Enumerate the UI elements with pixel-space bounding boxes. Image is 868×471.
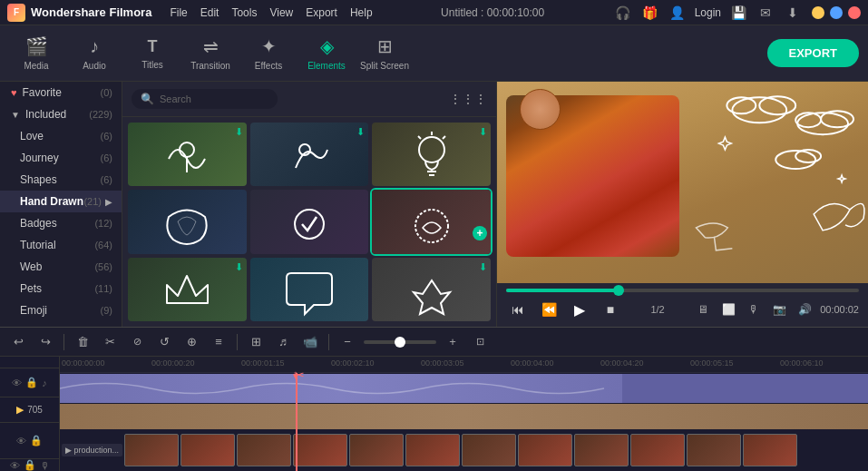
skip-back-button[interactable]: ⏮ xyxy=(506,298,530,321)
snapshot-icon[interactable]: 📷 xyxy=(769,299,789,319)
sidebar-item-journey[interactable]: Journey (6) xyxy=(0,147,122,169)
zoom-out-button[interactable]: − xyxy=(336,331,358,353)
sidebar-item-emoji[interactable]: Emoji (9) xyxy=(0,299,122,321)
split-screen-label: Split Screen xyxy=(360,61,409,71)
toolbar-media[interactable]: 🎬 Media xyxy=(9,30,63,77)
toolbar-audio[interactable]: ♪ Audio xyxy=(67,30,122,77)
crop-icon[interactable]: ⬜ xyxy=(718,299,738,319)
sidebar-count-badges: (12) xyxy=(94,218,112,229)
user-icon[interactable]: 👤 xyxy=(668,3,688,23)
mail-icon[interactable]: ✉ xyxy=(756,3,775,23)
ripple-button[interactable]: ↺ xyxy=(153,331,175,353)
video-layer-icon[interactable]: ▶ xyxy=(16,404,24,416)
sidebar-count-hand-drawn: (21) xyxy=(83,196,102,207)
element-item-1[interactable]: ⬇ Element Handdrawn 5 xyxy=(128,123,247,186)
split-screen-icon: ⊞ xyxy=(377,35,393,57)
camera-button[interactable]: 📹 xyxy=(299,331,321,353)
eye-icon-3[interactable]: 👁 xyxy=(16,436,26,446)
toolbar-split-screen[interactable]: ⊞ Split Screen xyxy=(357,30,412,77)
hand-drawn-arrow: ▶ xyxy=(105,197,112,207)
toolbar-elements[interactable]: ◈ Elements xyxy=(299,30,354,77)
photo-track[interactable]: ▶ production... xyxy=(60,430,868,470)
sidebar-item-love[interactable]: Love (6) xyxy=(0,125,122,147)
element-item-7[interactable]: ⬇ xyxy=(128,258,247,321)
element-item-8[interactable] xyxy=(250,258,369,321)
sidebar-item-favorite[interactable]: ♥ Favorite (0) xyxy=(0,82,122,103)
close-button[interactable] xyxy=(848,6,861,19)
element-item-6[interactable]: + Element Handdrawn 20 xyxy=(372,190,491,253)
menu-view[interactable]: View xyxy=(269,6,293,19)
eye-icon-1[interactable]: 👁 xyxy=(12,378,22,388)
export-button[interactable]: EXPORT xyxy=(767,39,859,67)
eye-icon-4[interactable]: 👁 xyxy=(10,460,20,471)
redo-button[interactable]: ↪ xyxy=(34,331,56,353)
sidebar-item-pets[interactable]: Pets (11) xyxy=(0,278,122,299)
zoom-slider[interactable] xyxy=(364,340,436,344)
stop-button[interactable]: ■ xyxy=(599,298,622,321)
magnet-button[interactable]: ⊞ xyxy=(245,331,267,353)
lock-icon-1[interactable]: 🔒 xyxy=(25,377,38,388)
lock-icon-3[interactable]: 🔒 xyxy=(30,435,43,446)
audio-track-button[interactable]: ♬ xyxy=(272,331,294,353)
sidebar-item-badges[interactable]: Badges (12) xyxy=(0,212,122,234)
monitor-icon[interactable]: 🖥 xyxy=(693,299,713,319)
volume-icon[interactable]: 🔊 xyxy=(795,299,814,319)
sidebar-count-pets: (11) xyxy=(94,283,112,294)
search-box[interactable]: 🔍 xyxy=(132,89,278,109)
element-item-3[interactable]: ⬇ Element Handdrawn 1 xyxy=(372,123,491,186)
svg-line-8 xyxy=(443,136,445,139)
delete-button[interactable]: 🗑 xyxy=(72,331,93,353)
download-icon[interactable]: ⬇ xyxy=(783,3,803,23)
progress-thumb[interactable] xyxy=(613,285,624,296)
mic-icon-4[interactable]: 🎙 xyxy=(40,460,50,471)
element-item-4[interactable]: Element Handdrawn 2 xyxy=(128,190,247,253)
fit-button[interactable]: ⊡ xyxy=(469,331,491,353)
lock-icon-4[interactable]: 🔒 xyxy=(24,459,36,471)
time-total: 00:00:02 xyxy=(820,304,859,315)
minimize-button[interactable] xyxy=(812,6,824,19)
search-input[interactable] xyxy=(160,93,268,104)
menu-help[interactable]: Help xyxy=(350,6,373,19)
play-button[interactable]: ▶ xyxy=(568,298,591,321)
video-track-1[interactable] xyxy=(60,374,868,403)
element-item-9[interactable]: ⬇ xyxy=(372,258,491,321)
menu-export[interactable]: Export xyxy=(306,6,337,19)
sidebar-item-shapes[interactable]: Shapes (6) xyxy=(0,169,122,191)
gift-icon[interactable]: 🎁 xyxy=(640,3,660,23)
step-back-button[interactable]: ⏪ xyxy=(537,298,561,321)
menu-file[interactable]: File xyxy=(170,6,187,19)
sidebar-count-web: (56) xyxy=(94,261,112,272)
headphone-icon[interactable]: 🎧 xyxy=(613,3,633,23)
sidebar-item-tutorial[interactable]: Tutorial (64) xyxy=(0,234,122,256)
save-icon[interactable]: 💾 xyxy=(728,3,748,23)
element-preview-5 xyxy=(282,199,336,253)
login-button[interactable]: Login xyxy=(695,6,721,19)
ts-4: 00:00:03:05 xyxy=(419,358,509,368)
add-to-timeline-badge[interactable]: + xyxy=(473,226,487,240)
menu-tools[interactable]: Tools xyxy=(231,6,257,19)
sidebar-item-hand-drawn[interactable]: Hand Drawn (21) ▶ xyxy=(0,191,122,212)
cut-button[interactable]: ✂ xyxy=(99,331,121,353)
undo-button[interactable]: ↩ xyxy=(7,331,29,353)
element-item-5[interactable]: Element Handdrawn 4 xyxy=(250,190,369,253)
sidebar-item-web[interactable]: Web (56) xyxy=(0,256,122,278)
sidebar-item-included[interactable]: ▼ Included (229) xyxy=(0,103,122,125)
zoom-in-button[interactable]: + xyxy=(442,331,463,353)
split-button[interactable]: ⊘ xyxy=(126,331,148,353)
thumb-11 xyxy=(687,434,741,466)
toolbar-effects[interactable]: ✦ Effects xyxy=(241,30,296,77)
toolbar-titles[interactable]: T Titles xyxy=(125,30,180,77)
list-button[interactable]: ≡ xyxy=(208,331,229,353)
marker-button[interactable]: ⊕ xyxy=(180,331,202,353)
timeline-ruler[interactable]: 00:00:00:00 00:00:00:20 00:00:01:15 00:0… xyxy=(60,357,868,373)
element-item-2[interactable]: ⬇ Element Handdrawn 15 xyxy=(250,123,369,186)
mic-icon[interactable]: 🎙 xyxy=(744,299,764,319)
maximize-button[interactable] xyxy=(830,6,843,19)
grid-layout-icon[interactable]: ⋮⋮⋮ xyxy=(449,92,487,106)
video-track-2[interactable] xyxy=(60,404,868,429)
progress-bar[interactable] xyxy=(506,289,859,292)
toolbar-transition[interactable]: ⇌ Transition xyxy=(183,30,238,77)
sound-icon-1[interactable]: ♪ xyxy=(42,378,47,388)
menu-edit[interactable]: Edit xyxy=(200,6,219,19)
media-icon: 🎬 xyxy=(25,35,48,57)
